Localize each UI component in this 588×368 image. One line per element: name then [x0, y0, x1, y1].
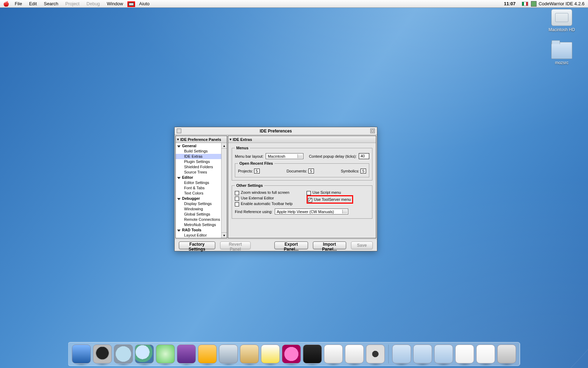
dock-tools-icon[interactable]	[219, 345, 238, 363]
checkbox-label: Use External Editor	[241, 196, 274, 200]
dock-document-icon[interactable]	[476, 345, 495, 363]
import-panel-button[interactable]: Import Panel...	[313, 241, 346, 249]
dock	[68, 342, 520, 366]
open-recent-legend: Open Recent Files	[238, 161, 274, 165]
zoom-windows-checkbox[interactable]: Zoom windows to full screen	[235, 190, 293, 195]
dock-app-icon[interactable]	[177, 345, 196, 363]
tree-leaf[interactable]: Editor Settings	[176, 180, 221, 185]
tree-leaf[interactable]: Display Settings	[176, 201, 221, 206]
apple-menu-icon[interactable]	[2, 1, 10, 7]
desktop-icon-mozsrc[interactable]: mozsrc	[546, 42, 578, 65]
menu-bar-layout-select[interactable]: Macintosh	[266, 153, 303, 159]
menu-window[interactable]: Window	[103, 0, 126, 8]
checkbox-label: Use Script menu	[313, 190, 341, 195]
menu-aiuto[interactable]: Aiuto	[136, 0, 153, 8]
tree-group[interactable]: Editor	[176, 175, 221, 180]
tree-leaf[interactable]: Font & Tabs	[176, 185, 221, 191]
dock-notes-icon[interactable]	[345, 345, 364, 363]
dock-editor-icon[interactable]	[261, 345, 280, 363]
menu-project: Project	[62, 0, 83, 8]
app-name[interactable]: CodeWarrior IDE 4.2.6	[539, 1, 588, 6]
dock-graphics-icon[interactable]	[282, 345, 301, 363]
tree-leaf[interactable]: Plugin Settings	[176, 159, 221, 164]
dock-document-icon[interactable]	[455, 345, 474, 363]
tree-leaf[interactable]: IDE Extras	[176, 154, 221, 159]
tree-leaf[interactable]: Layout Editor	[176, 233, 221, 238]
export-panel-button[interactable]: Export Panel...	[274, 241, 308, 249]
dock-terminal-icon[interactable]	[303, 345, 322, 363]
context-delay-input[interactable]: 40	[359, 153, 369, 159]
tree-leaf[interactable]: MetroNub Settings	[176, 222, 221, 227]
tree-header-label: IDE Preference Panels	[180, 137, 221, 142]
detail-header-label: IDE Extras	[233, 137, 252, 142]
menu-bar-layout-label: Menu bar layout:	[235, 154, 264, 158]
menu-file[interactable]: File	[11, 0, 26, 8]
dock-folder-icon[interactable]	[392, 345, 411, 363]
save-button: Save	[351, 241, 373, 249]
tree-leaf[interactable]: Global Settings	[176, 212, 221, 217]
window-titlebar[interactable]: IDE Preferences	[175, 127, 377, 135]
tree-leaf[interactable]: Remote Connections	[176, 217, 221, 222]
menus-group: Menus Menu bar layout: Macintosh Context…	[232, 146, 372, 180]
scroll-down-arrow-icon[interactable]: ▾	[222, 232, 227, 238]
dock-mozilla-icon[interactable]	[240, 345, 259, 363]
detail-header: ▾ IDE Extras	[228, 136, 376, 143]
checkbox-label: Zoom windows to full screen	[241, 190, 289, 195]
find-reference-label: Find Reference using:	[235, 210, 273, 214]
dock-bbedit-icon[interactable]	[198, 345, 217, 363]
external-editor-checkbox[interactable]: Use External Editor	[235, 196, 293, 200]
dock-itunes-icon[interactable]	[156, 345, 175, 363]
projects-label: Projects:	[238, 169, 253, 173]
dock-separator	[388, 345, 389, 363]
hard-drive-icon	[551, 9, 572, 26]
tree-leaf[interactable]: Shielded Folders	[176, 164, 221, 170]
window-zoom-button[interactable]	[370, 129, 375, 133]
disclosure-icon: ▾	[228, 137, 233, 141]
tree-leaf[interactable]: Build Settings	[176, 149, 221, 154]
menu-search[interactable]: Search	[40, 0, 62, 8]
dock-finder-icon[interactable]	[72, 345, 91, 363]
dock-trash-icon[interactable]	[497, 345, 516, 363]
auto-toolbar-help-checkbox[interactable]: Enable automatic Toolbar help	[235, 202, 293, 206]
dock-dashboard-icon[interactable]	[93, 345, 112, 363]
dock-safari-icon[interactable]	[114, 345, 133, 363]
menubar: File Edit Search Project Debug Window Ai…	[0, 0, 588, 8]
window-close-button[interactable]	[177, 129, 181, 133]
factory-settings-button[interactable]: Factory Settings	[179, 241, 215, 249]
preference-panels-tree: ▾ IDE Preference Panels GeneralBuild Set…	[175, 136, 227, 238]
projects-input[interactable]: 5	[254, 169, 260, 173]
symbolics-label: Symbolics:	[341, 169, 359, 173]
tree-body[interactable]: GeneralBuild SettingsIDE ExtrasPlugin Se…	[176, 143, 221, 238]
context-delay-label: Context popup delay (ticks):	[309, 154, 357, 158]
tree-scrollbar[interactable]: ▴ ▾	[221, 143, 227, 238]
scroll-up-arrow-icon[interactable]: ▴	[222, 143, 227, 149]
menu-debug: Debug	[83, 0, 103, 8]
symbolics-input[interactable]: 5	[360, 169, 366, 173]
find-reference-select[interactable]: Apple Help Viewer (CW Manuals)	[275, 209, 348, 214]
documents-input[interactable]: 5	[308, 169, 314, 173]
tree-group[interactable]: Debugger	[176, 196, 221, 201]
use-toolserver-menu-checkbox[interactable]: Use ToolServer menu	[308, 197, 351, 202]
menu-edit[interactable]: Edit	[26, 0, 40, 8]
dock-internet-icon[interactable]	[135, 345, 154, 363]
tree-header[interactable]: ▾ IDE Preference Panels	[176, 136, 227, 143]
use-script-menu-checkbox[interactable]: Use Script menu	[307, 190, 354, 195]
other-settings-legend: Other Settings	[235, 183, 264, 188]
desktop-icon-macintosh-hd[interactable]: Macintosh HD	[546, 9, 578, 32]
input-locale-flag-icon[interactable]	[522, 2, 528, 6]
checkbox-label: Use ToolServer menu	[314, 197, 351, 202]
dock-textedit-icon[interactable]	[324, 345, 343, 363]
dock-sysprefs-icon[interactable]	[366, 345, 385, 363]
detail-panel: ▾ IDE Extras Menus Menu bar layout: Maci…	[228, 136, 376, 238]
tree-leaf[interactable]: Text Colors	[176, 191, 221, 196]
disclosure-icon: ▾	[176, 137, 180, 141]
tree-leaf[interactable]: Source Trees	[176, 170, 221, 175]
toolserver-menu-icon[interactable]	[127, 1, 135, 7]
dock-folder-icon[interactable]	[413, 345, 432, 363]
app-switcher-icon[interactable]	[531, 1, 537, 7]
ide-preferences-window: IDE Preferences ▾ IDE Preference Panels …	[174, 127, 377, 251]
dock-folder-icon[interactable]	[434, 345, 453, 363]
tree-group[interactable]: General	[176, 143, 221, 149]
tree-group[interactable]: RAD Tools	[176, 227, 221, 233]
tree-leaf[interactable]: Windowing	[176, 206, 221, 212]
